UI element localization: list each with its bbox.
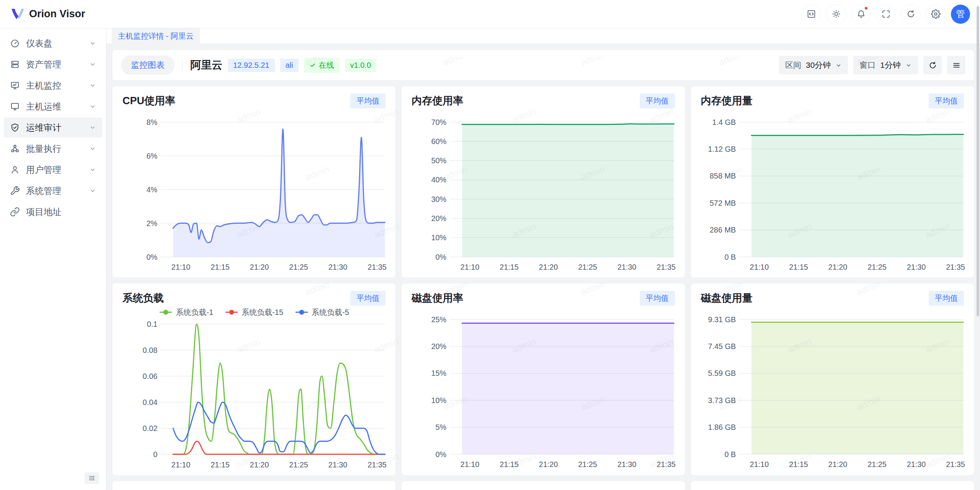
svg-text:21:15: 21:15 xyxy=(789,461,808,469)
notifications-bell-button[interactable] xyxy=(851,4,871,24)
svg-text:0%: 0% xyxy=(436,253,447,261)
svg-text:0%: 0% xyxy=(436,450,447,459)
hamburger-menu-icon xyxy=(952,61,961,70)
chart-card-disk-rate: 磁盘使用率平均值0%5%10%15%20%25%21:1021:1521:202… xyxy=(402,284,684,475)
legend-item[interactable]: 系统负载-15 xyxy=(225,307,283,318)
link-icon xyxy=(10,207,20,217)
svg-text:21:20: 21:20 xyxy=(250,461,269,469)
svg-text:15%: 15% xyxy=(431,369,447,378)
svg-text:21:15: 21:15 xyxy=(500,461,519,469)
svg-text:21:25: 21:25 xyxy=(289,461,308,469)
dashboard-gauge-icon xyxy=(10,38,20,48)
asset-server-icon xyxy=(10,59,20,69)
legend-label: 系统负载-15 xyxy=(242,307,283,318)
fullscreen-button[interactable] xyxy=(876,4,896,24)
svg-text:21:30: 21:30 xyxy=(328,461,348,469)
settings-gear-button[interactable] xyxy=(926,4,946,24)
svg-text:21:35: 21:35 xyxy=(368,263,387,271)
svg-text:286 MB: 286 MB xyxy=(709,226,735,234)
chart-menu-button[interactable] xyxy=(947,56,965,74)
chart-card-partial xyxy=(691,481,974,490)
svg-text:30%: 30% xyxy=(431,195,447,203)
tab-bar: 主机监控详情 - 阿里云 xyxy=(106,28,980,44)
legend-item[interactable]: 系统负载-1 xyxy=(159,307,213,318)
app-header: Orion Visor 管 xyxy=(0,0,980,28)
svg-text:20%: 20% xyxy=(431,214,447,223)
avatar[interactable]: 管 xyxy=(951,5,970,24)
svg-text:10%: 10% xyxy=(431,233,447,242)
svg-text:21:10: 21:10 xyxy=(750,263,769,271)
host-tag-text: v1.0.0 xyxy=(350,61,371,70)
refresh-charts-button[interactable] xyxy=(923,56,942,74)
svg-text:21:35: 21:35 xyxy=(946,461,965,469)
chart-plot-disk-rate: 0%5%10%15%20%25%21:1021:1521:2021:2521:3… xyxy=(402,306,684,473)
chart-title-mem-usage: 内存使用量 xyxy=(701,94,753,108)
svg-text:5.59 GB: 5.59 GB xyxy=(708,369,736,378)
chart-card-head: 内存使用量平均值 xyxy=(691,93,974,108)
scrollbar-thumb[interactable] xyxy=(977,6,979,316)
avg-value-badge: 平均值 xyxy=(350,291,385,306)
chart-title-mem-rate: 内存使用率 xyxy=(412,94,463,108)
svg-text:572 MB: 572 MB xyxy=(709,199,735,207)
chart-card-mem-usage: 内存使用量平均值0 B286 MB572 MB858 MB1.12 GB1.4 … xyxy=(691,86,974,277)
code-square-button[interactable] xyxy=(801,4,821,24)
avg-value-badge: 平均值 xyxy=(640,93,675,108)
svg-text:21:20: 21:20 xyxy=(539,461,558,469)
legend-label: 系统负载-1 xyxy=(176,307,213,318)
svg-text:21:30: 21:30 xyxy=(906,461,926,469)
sidebar-collapse-button[interactable] xyxy=(85,472,99,484)
range-select[interactable]: 区间 30分钟 xyxy=(779,56,848,74)
chart-plot-disk-usage: 0 B1.86 GB3.73 GB5.59 GB7.45 GB9.31 GB21… xyxy=(691,306,974,473)
svg-text:0.04: 0.04 xyxy=(143,398,158,406)
svg-text:0.1: 0.1 xyxy=(147,320,158,328)
chevron-down-icon xyxy=(905,62,912,69)
svg-text:4%: 4% xyxy=(147,185,158,194)
legend-item[interactable]: 系统负载-5 xyxy=(295,307,349,318)
sidebar-item-system-wrench[interactable]: 系统管理 xyxy=(4,181,102,201)
chart-card-partial xyxy=(402,481,684,490)
svg-text:21:10: 21:10 xyxy=(172,461,191,469)
host-tag-1: ali xyxy=(280,59,299,72)
app-logo[interactable] xyxy=(10,8,25,21)
svg-text:21:20: 21:20 xyxy=(539,263,558,271)
sidebar-item-host-monitor-chart[interactable]: 主机监控 xyxy=(4,75,102,95)
sidebar-item-audit-shield[interactable]: 运维审计 xyxy=(4,118,102,138)
host-tag-2: 在线 xyxy=(304,58,340,73)
refresh-icon xyxy=(928,61,937,70)
sidebar-menu: 仪表盘资产管理主机监控主机运维运维审计批量执行用户管理系统管理项目地址 xyxy=(0,33,106,222)
chart-card-head: 系统负载平均值 xyxy=(113,290,395,306)
tab-host-monitor-detail[interactable]: 主机监控详情 - 阿里云 xyxy=(112,28,200,44)
chevron-down-icon xyxy=(89,187,96,194)
chevron-down-icon xyxy=(89,124,96,131)
svg-text:0.06: 0.06 xyxy=(143,372,158,380)
chart-card-head: CPU使用率平均值 xyxy=(113,93,395,108)
svg-text:25%: 25% xyxy=(431,315,447,324)
monitor-chart-view-button[interactable]: 监控图表 xyxy=(121,56,175,75)
theme-sun-button[interactable] xyxy=(826,4,846,24)
sidebar-item-dashboard-gauge[interactable]: 仪表盘 xyxy=(4,33,102,53)
sidebar-item-user[interactable]: 用户管理 xyxy=(4,160,102,180)
svg-text:5%: 5% xyxy=(436,423,447,431)
window-select[interactable]: 窗口 1分钟 xyxy=(853,56,918,74)
charts-row-1: CPU使用率平均值0%2%4%6%8%21:1021:1521:2021:252… xyxy=(113,86,974,277)
chevron-down-icon xyxy=(89,145,96,152)
sidebar-item-asset-server[interactable]: 资产管理 xyxy=(4,54,102,74)
sidebar-item-host-terminal[interactable]: 主机运维 xyxy=(4,97,102,116)
host-tag-3: v1.0.0 xyxy=(345,59,376,72)
svg-text:21:30: 21:30 xyxy=(617,461,637,469)
host-terminal-icon xyxy=(10,102,20,111)
chevron-down-icon xyxy=(89,103,96,110)
sidebar-item-batch-exec[interactable]: 批量执行 xyxy=(4,139,102,159)
chart-card-head: 磁盘使用量平均值 xyxy=(691,290,974,306)
notification-dot xyxy=(864,6,868,10)
chart-card-head: 磁盘使用率平均值 xyxy=(402,290,684,306)
chevron-down-icon xyxy=(835,62,842,69)
refresh-button[interactable] xyxy=(901,4,921,24)
sidebar-item-link[interactable]: 项目地址 xyxy=(4,202,102,222)
svg-text:21:30: 21:30 xyxy=(617,263,637,271)
chart-title-load: 系统负载 xyxy=(122,291,164,305)
svg-text:50%: 50% xyxy=(431,156,447,165)
header-actions xyxy=(801,4,951,24)
charts-row-2: 系统负载平均值系统负载-1系统负载-15系统负载-500.020.040.060… xyxy=(113,284,974,475)
svg-text:21:30: 21:30 xyxy=(906,263,926,271)
